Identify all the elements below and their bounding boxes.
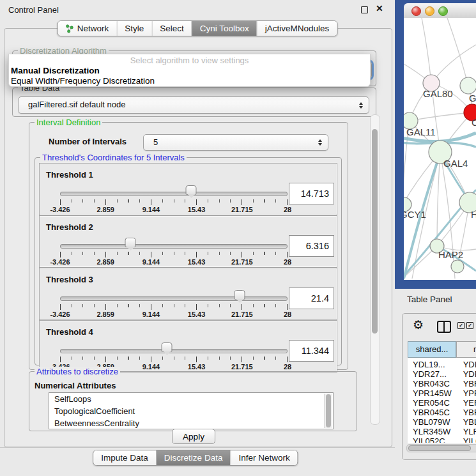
threshold-slider[interactable]: -3.4262.8599.14415.4321.71528: [60, 288, 288, 319]
table-row[interactable]: YBR043C YBR0: [408, 379, 476, 388]
tick-label: 9.144: [142, 206, 160, 213]
cell-name[interactable]: YDL1: [459, 360, 476, 369]
tab-impute-data[interactable]: Impute Data: [93, 450, 156, 465]
cell-name[interactable]: YER0: [459, 398, 476, 408]
dropdown-item-equal-width-frequency[interactable]: Equal Width/Frequency Discretization: [9, 76, 370, 86]
scrollbar-thumb[interactable]: [372, 129, 378, 334]
slider-track[interactable]: [60, 192, 288, 196]
cell-name[interactable]: YPR1: [459, 388, 476, 398]
cell-shared-name[interactable]: YIL052C: [408, 436, 456, 443]
cell-shared-name[interactable]: YER054C: [408, 398, 456, 408]
attribute-item[interactable]: SelfLoops: [49, 393, 333, 405]
threshold-slider[interactable]: -3.4262.8599.14415.4321.71528: [60, 235, 288, 267]
threshold-block: Threshold 1 -3.4262.8599.14415.4321.7152…: [39, 163, 337, 215]
dropdown-item-manual-discretization[interactable]: Manual Discretization: [9, 66, 370, 76]
cell-name[interactable]: YLR3: [459, 427, 476, 436]
num-intervals-label: Number of Intervals: [49, 137, 127, 146]
threshold-value-field[interactable]: 14.713: [289, 183, 334, 204]
cell-shared-name[interactable]: YBL079W: [408, 417, 456, 427]
slider-handle[interactable]: [125, 238, 136, 247]
attribute-item[interactable]: TopologicalCoefficient: [49, 405, 333, 417]
slider-track[interactable]: [60, 296, 288, 301]
numerical-attributes-list[interactable]: SelfLoopsTopologicalCoefficientBetweenne…: [49, 392, 334, 429]
cell-name[interactable]: YDR2: [459, 369, 476, 379]
apply-button[interactable]: Apply: [172, 429, 215, 444]
cell-shared-name[interactable]: YBR045C: [408, 408, 456, 417]
table-row[interactable]: YBL079W YBL0: [408, 417, 476, 427]
tick-label: -3.426: [50, 311, 70, 318]
network-icon: [66, 24, 74, 33]
table-panel: ⚙ ✓ ✓ shared... na YDL19... YDL1 YDR27..…: [402, 313, 476, 460]
slider-track[interactable]: [60, 349, 288, 353]
cell-shared-name[interactable]: YPR145W: [408, 388, 456, 398]
cell-name[interactable]: YBR0: [459, 379, 476, 388]
tab-cyni-toolbox[interactable]: Cyni Toolbox: [192, 21, 257, 36]
settings-scrollbar[interactable]: [370, 114, 380, 425]
checkbox-icons[interactable]: ✓ ✓: [457, 322, 473, 329]
split-columns-icon[interactable]: [437, 321, 451, 333]
checkbox-icon[interactable]: ✓: [457, 322, 464, 329]
table-row[interactable]: YDR27... YDR2: [408, 369, 476, 379]
minimize-traffic-light-icon[interactable]: [425, 6, 434, 16]
threshold-value-field[interactable]: 21.4: [289, 288, 334, 309]
cell-name[interactable]: YBL0: [459, 417, 476, 427]
column-header-name[interactable]: na: [456, 341, 476, 358]
network-node[interactable]: [460, 77, 476, 94]
table-row[interactable]: YLR345W YLR3: [408, 427, 476, 436]
table-row[interactable]: YIL052C YIL0: [408, 436, 476, 443]
table-data-combo-value: galFiltered.sif default node: [19, 97, 369, 112]
table-data-combo[interactable]: galFiltered.sif default node: [18, 96, 369, 114]
dropdown-placeholder-item[interactable]: Select algorithm to view settings: [9, 54, 370, 66]
close-traffic-light-icon[interactable]: [411, 6, 421, 16]
table-row[interactable]: YBR045C YBR0: [408, 408, 476, 417]
column-header-shared-name[interactable]: shared...: [408, 341, 456, 358]
slider-track[interactable]: [60, 244, 288, 249]
network-window[interactable]: GAL80GACGAL11GAL4GCY1HHAP2: [395, 0, 476, 289]
tab-network[interactable]: Network: [58, 21, 117, 36]
threshold-label: Threshold 3: [46, 275, 93, 284]
table-row[interactable]: YPR145W YPR1: [408, 388, 476, 398]
network-canvas[interactable]: GAL80GACGAL11GAL4GCY1HHAP2: [404, 18, 476, 280]
cell-name[interactable]: YIL0: [459, 436, 476, 443]
network-node-label: GAL4: [443, 158, 468, 169]
num-intervals-combo[interactable]: 5: [143, 134, 328, 151]
network-node-label: HAP2: [438, 249, 463, 260]
slider-ticks: [60, 252, 288, 257]
slider-handle[interactable]: [186, 185, 197, 195]
network-window-titlebar[interactable]: [404, 3, 476, 19]
network-node-label: GA: [469, 93, 476, 104]
app-window: Control Panel ✕ Discretization Algorithm…: [0, 0, 476, 476]
attributes-scrollbar[interactable]: [324, 394, 332, 428]
cell-shared-name[interactable]: YBR043C: [408, 379, 456, 388]
cell-name[interactable]: YBR0: [459, 408, 476, 417]
tab-jactivemnodules[interactable]: jActiveMNodules: [257, 21, 337, 36]
slider-handle[interactable]: [234, 290, 245, 300]
table-row[interactable]: YER054C YER0: [408, 398, 476, 408]
slider-ticks: [60, 199, 288, 205]
cell-shared-name[interactable]: YDR27...: [408, 369, 456, 379]
num-intervals-value: 5: [144, 135, 328, 150]
tab-style[interactable]: Style: [116, 21, 151, 36]
tab-discretize-data[interactable]: Discretize Data: [156, 450, 231, 465]
tick-label: 21.715: [231, 363, 253, 371]
close-icon[interactable]: ✕: [376, 3, 383, 13]
network-node[interactable]: [451, 260, 464, 273]
threshold-value-field[interactable]: 11.344: [289, 340, 334, 362]
threshold-label: Threshold 4: [46, 327, 93, 337]
threshold-value-field[interactable]: 6.316: [289, 235, 334, 257]
slider-handle[interactable]: [162, 342, 173, 352]
threshold-slider[interactable]: -3.4262.8599.14415.4321.71528: [60, 183, 288, 215]
zoom-traffic-light-icon[interactable]: [438, 6, 448, 16]
horizontal-scrollbar[interactable]: [406, 444, 476, 452]
checkbox-icon[interactable]: ✓: [466, 322, 473, 329]
cell-shared-name[interactable]: YDL19...: [408, 360, 456, 369]
float-window-icon[interactable]: [361, 6, 368, 13]
table-row[interactable]: YDL19... YDL1: [408, 360, 476, 369]
tick-label: 2.859: [96, 206, 114, 213]
gear-icon[interactable]: ⚙: [413, 318, 424, 332]
attribute-item[interactable]: BetweennessCentrality: [49, 417, 333, 429]
tab-select[interactable]: Select: [151, 21, 192, 36]
tab-infer-network[interactable]: Infer Network: [230, 450, 297, 465]
cell-shared-name[interactable]: YLR345W: [408, 427, 456, 436]
scrollbar-thumb[interactable]: [408, 445, 471, 451]
